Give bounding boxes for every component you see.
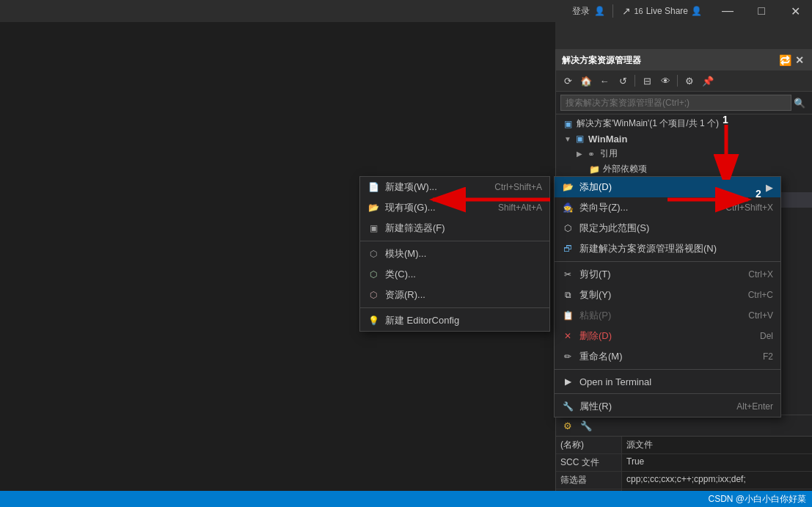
wizard-icon: 🧙	[562, 202, 574, 214]
tb-separator-1	[634, 75, 635, 87]
ctx-left-item-0[interactable]: 📄 新建项(W)... Ctrl+Shift+A	[360, 177, 549, 197]
props-value-0: 源文件	[622, 437, 812, 453]
panel-controls: 🔁 ✕	[778, 54, 806, 67]
references-arrow: ▶	[574, 148, 585, 160]
references-node[interactable]: ▶ ⚭ 引用	[556, 146, 812, 161]
person-icon: 👤	[594, 6, 605, 16]
close-button[interactable]: ✕	[778, 0, 812, 22]
cut-icon: ✂	[562, 269, 574, 280]
props-key-0: (名称)	[556, 437, 622, 453]
ctx-right-item-3[interactable]: 🗗 新建解决方案资源管理器视图(N)	[555, 238, 780, 259]
ctx-right-item-7[interactable]: ✕ 删除(D) Del	[555, 326, 780, 346]
refresh-button[interactable]: ↺	[615, 73, 631, 89]
props-value-1: True	[622, 454, 812, 471]
context-menu-left: 📄 新建项(W)... Ctrl+Shift+A 📂 现有项(G)... Shi…	[359, 176, 550, 332]
ctx-right-item-2[interactable]: ⬡ 限定为此范围(S)	[555, 218, 780, 238]
ctx-left-item-4[interactable]: ⬡ 类(C)...	[360, 264, 549, 285]
ctx-left-item-2[interactable]: ▣ 新建筛选器(F)	[360, 218, 549, 238]
ctx-right-label-9: Open in Terminal	[579, 376, 773, 387]
ctx-separator-left-2	[360, 307, 549, 308]
panel-header: 解决方案资源管理器 🔁 ✕	[556, 50, 812, 70]
ctx-right-label-4: 剪切(T)	[579, 268, 742, 281]
home-button[interactable]: 🏠	[578, 73, 594, 89]
ctx-right-label-3: 新建解决方案资源管理器视图(N)	[579, 242, 773, 255]
ctx-left-item-5[interactable]: ⬡ 资源(R)...	[360, 285, 549, 305]
new-file-icon: 📄	[367, 181, 379, 193]
ctx-separator-right-1	[555, 261, 780, 262]
ctx-right-shortcut-5: Ctrl+C	[748, 290, 773, 300]
ctx-left-label-0: 新建项(W)...	[385, 180, 489, 194]
search-input[interactable]	[560, 95, 791, 111]
ctx-right-label-1: 类向导(Z)...	[579, 201, 720, 214]
ext-deps-label: 外部依赖项	[603, 163, 647, 175]
ctx-left-item-3[interactable]: ⬡ 模块(M)...	[360, 244, 549, 264]
module-icon: ⬡	[367, 248, 379, 260]
ctx-separator-right-2	[555, 369, 780, 370]
login-label: 登录	[572, 5, 590, 18]
ctx-left-label-5: 资源(R)...	[385, 288, 542, 302]
ctx-right-item-10[interactable]: 🔧 属性(R) Alt+Enter	[555, 396, 780, 417]
folder-plus-icon: 📂	[562, 181, 574, 193]
settings-button[interactable]: ⚙	[681, 73, 698, 89]
pin-panel-button[interactable]: 📌	[700, 73, 716, 89]
ctx-left-label-1: 现有项(G)...	[385, 201, 492, 214]
pin-button[interactable]: 🔁	[778, 54, 791, 67]
ext-deps-icon	[574, 164, 585, 175]
ctx-right-item-9[interactable]: ▶ Open in Terminal	[555, 372, 780, 391]
props-sort-button[interactable]: 🔧	[578, 417, 594, 434]
props-row-2: 筛选器 cpp;c;cc;cxx;c++;cppm;ixx;def;	[556, 472, 812, 489]
liveshare-person-icon: 👤	[691, 6, 702, 16]
ext-deps-icon2: 📁	[588, 164, 600, 175]
ctx-left-label-6: 新建 EditorConfig	[385, 314, 542, 327]
title-bar: 登录 👤 ↗ 16 Live Share 👤 — □ ✕	[0, 0, 812, 22]
back-button[interactable]: ←	[596, 73, 612, 89]
ext-deps-node[interactable]: 📁 外部依赖项	[556, 161, 812, 177]
ctx-left-item-6[interactable]: 💡 新建 EditorConfig	[360, 310, 549, 331]
ctx-right-item-8[interactable]: ✏ 重命名(M) F2	[555, 346, 780, 367]
project-node[interactable]: ▼ ▣ WinMain	[556, 131, 812, 146]
ctx-right-shortcut-6: Ctrl+V	[748, 310, 773, 321]
props-value-2: cpp;c;cc;cxx;c++;cppm;ixx;def;	[622, 472, 812, 489]
ctx-right-shortcut-8: F2	[763, 351, 773, 362]
delete-icon: ✕	[562, 330, 574, 342]
ctx-right-item-0[interactable]: 📂 添加(D) ▶	[555, 177, 780, 197]
props-key-2: 筛选器	[556, 472, 622, 489]
references-icon: ⚭	[585, 148, 597, 160]
view-icon: 🗗	[562, 243, 574, 255]
ctx-right-shortcut-10: Alt+Enter	[736, 401, 773, 412]
ctx-right-item-4[interactable]: ✂ 剪切(T) Ctrl+X	[555, 264, 780, 285]
ctx-right-label-10: 属性(R)	[579, 400, 731, 413]
submenu-arrow-0: ▶	[766, 182, 773, 193]
ctx-left-label-3: 模块(M)...	[385, 247, 542, 260]
ctx-left-shortcut-0: Ctrl+Shift+A	[494, 182, 542, 192]
ctx-right-item-1[interactable]: 🧙 类向导(Z)... Ctrl+Shift+X	[555, 197, 780, 218]
liveshare-icon: ↗	[622, 5, 631, 17]
solution-node[interactable]: ▣ 解决方案'WinMain'(1 个项目/共 1 个)	[556, 116, 812, 131]
liveshare-area[interactable]: ↗ 16 Live Share 👤	[613, 5, 711, 17]
props-row-0: (名称) 源文件	[556, 437, 812, 454]
status-text: CSDN @小白小白你好菜	[708, 493, 806, 506]
search-icon-btn[interactable]: 🔍	[791, 95, 808, 111]
ctx-right-shortcut-7: Del	[760, 331, 773, 341]
ctx-left-item-1[interactable]: 📂 现有项(G)... Shift+Alt+A	[360, 197, 549, 218]
ctx-left-label-2: 新建筛选器(F)	[385, 222, 542, 235]
panel-close-button[interactable]: ✕	[793, 54, 806, 67]
ctx-right-label-5: 复制(Y)	[579, 288, 742, 302]
ctx-separator-right-3	[555, 393, 780, 394]
status-bar: CSDN @小白小白你好菜	[0, 491, 812, 507]
terminal-icon: ▶	[562, 376, 574, 387]
liveshare-badge: 16	[634, 7, 643, 15]
ctx-right-item-6[interactable]: 📋 粘贴(P) Ctrl+V	[555, 305, 780, 326]
tb-separator-2	[677, 75, 678, 87]
ctx-right-label-8: 重命名(M)	[579, 350, 757, 363]
collapse-all-button[interactable]: ⊟	[639, 73, 655, 89]
context-menu-right: 📂 添加(D) ▶ 🧙 类向导(Z)... Ctrl+Shift+X ⬡ 限定为…	[554, 176, 781, 417]
ctx-right-item-5[interactable]: ⧉ 复制(Y) Ctrl+C	[555, 285, 780, 305]
ctx-right-label-2: 限定为此范围(S)	[579, 222, 773, 235]
props-row-1: SCC 文件 True	[556, 454, 812, 472]
references-label: 引用	[600, 147, 618, 160]
show-all-button[interactable]: 👁	[657, 73, 673, 89]
maximize-button[interactable]: □	[745, 0, 778, 22]
minimize-button[interactable]: —	[711, 0, 745, 22]
sync-button[interactable]: ⟳	[560, 73, 576, 89]
